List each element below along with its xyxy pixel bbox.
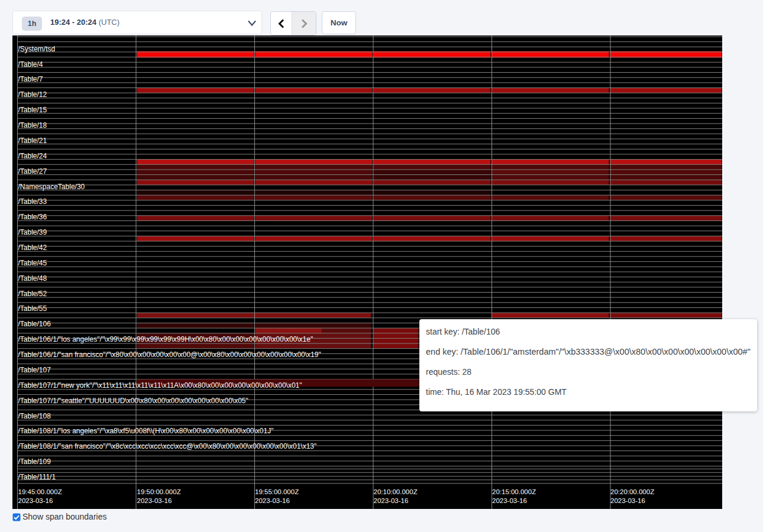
svg-text:20:15:00.000Z: 20:15:00.000Z <box>492 488 536 495</box>
svg-text:20:20:00.000Z: 20:20:00.000Z <box>610 488 654 495</box>
svg-text:/Table/108: /Table/108 <box>18 412 51 420</box>
svg-text:/Table/111/1: /Table/111/1 <box>18 473 56 481</box>
svg-text:/Table/107: /Table/107 <box>18 366 51 374</box>
svg-text:2023-03-16: 2023-03-16 <box>492 497 527 504</box>
svg-text:/Table/48: /Table/48 <box>18 274 47 283</box>
svg-text:/Table/52: /Table/52 <box>18 290 47 298</box>
svg-text:/Table/106/1/"san francisco"/": /Table/106/1/"san francisco"/"\x80\x00\x… <box>18 351 321 359</box>
svg-text:/Table/18: /Table/18 <box>18 121 47 129</box>
svg-text:/Table/106/1/"los angeles"/"\x: /Table/106/1/"los angeles"/"\x99\x99\x99… <box>18 335 313 343</box>
svg-text:/Table/109: /Table/109 <box>18 458 51 466</box>
svg-text:/Table/36: /Table/36 <box>18 213 47 221</box>
svg-text:/Table/39: /Table/39 <box>18 228 47 236</box>
svg-text:2023-03-16: 2023-03-16 <box>610 497 645 504</box>
svg-text:19:55:00.000Z: 19:55:00.000Z <box>255 488 299 495</box>
svg-text:/Table/107/1/"seattle"/"UUUUUU: /Table/107/1/"seattle"/"UUUUUUD\x00\x80\… <box>18 397 248 405</box>
svg-text:/Table/24: /Table/24 <box>18 152 47 160</box>
svg-text:19:45:00.000Z: 19:45:00.000Z <box>18 488 62 495</box>
svg-text:2023-03-16: 2023-03-16 <box>255 497 290 504</box>
svg-text:2023-03-16: 2023-03-16 <box>18 497 53 504</box>
svg-text:/Table/15: /Table/15 <box>18 106 47 114</box>
svg-text:/Table/21: /Table/21 <box>18 137 47 145</box>
svg-text:/Table/108/1/"san francisco"/": /Table/108/1/"san francisco"/"\x8c\xcc\x… <box>18 442 317 450</box>
svg-text:2023-03-16: 2023-03-16 <box>374 497 409 504</box>
svg-text:/Table/107/1/"new york"/"\x11\: /Table/107/1/"new york"/"\x11\x11\x11\x1… <box>18 381 302 390</box>
svg-text:/Table/42: /Table/42 <box>18 244 47 252</box>
svg-text:/Table/33: /Table/33 <box>18 197 47 206</box>
svg-text:/Table/108/1/"los angeles"/"\x: /Table/108/1/"los angeles"/"\xa8\xf5\u00… <box>18 427 274 435</box>
svg-text:/System/tsd: /System/tsd <box>18 45 56 53</box>
svg-text:/NamespaceTable/30: /NamespaceTable/30 <box>18 183 85 191</box>
svg-text:/Table/106: /Table/106 <box>18 320 51 328</box>
svg-text:/Table/55: /Table/55 <box>18 304 47 313</box>
svg-text:2023-03-16: 2023-03-16 <box>137 497 172 504</box>
svg-text:/Table/7: /Table/7 <box>18 75 43 83</box>
svg-text:19:50:00.000Z: 19:50:00.000Z <box>137 488 181 495</box>
svg-text:/Table/27: /Table/27 <box>18 167 47 176</box>
svg-text:20:10:00.000Z: 20:10:00.000Z <box>374 488 418 495</box>
svg-text:/Table/45: /Table/45 <box>18 259 47 267</box>
svg-text:/Table/12: /Table/12 <box>18 90 47 99</box>
svg-text:/Table/4: /Table/4 <box>18 60 43 69</box>
